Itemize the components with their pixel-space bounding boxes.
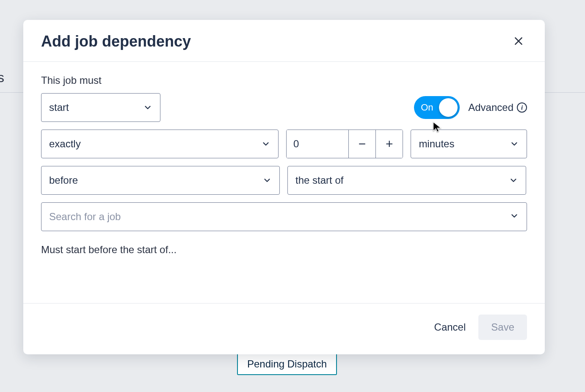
job-search-combobox[interactable] (41, 202, 527, 231)
status-badge-pending-dispatch: Pending Dispatch (237, 353, 337, 375)
modal-body: This job must start On Advanced i (23, 62, 545, 303)
increment-button[interactable]: + (375, 130, 403, 158)
select-relation[interactable]: exactly (41, 130, 279, 158)
select-relation-value: exactly (49, 138, 81, 150)
select-unit-value: minutes (419, 138, 454, 150)
chevron-down-icon (143, 103, 152, 112)
field-label-this-job-must: This job must (41, 75, 527, 86)
chevron-down-icon (510, 139, 519, 149)
advanced-toggle[interactable]: On (414, 96, 460, 119)
quantity-stepper: − + (286, 130, 403, 158)
select-direction-value: before (49, 174, 78, 186)
info-icon[interactable]: i (517, 102, 527, 113)
select-action-value: start (49, 102, 69, 113)
chevron-down-icon (510, 211, 519, 222)
save-button: Save (478, 315, 527, 340)
modal-title: Add job dependency (41, 33, 191, 50)
select-anchor[interactable]: the start of (287, 166, 526, 195)
close-button[interactable] (510, 33, 527, 50)
decrement-button[interactable]: − (348, 130, 375, 158)
close-icon (513, 36, 524, 48)
select-anchor-value: the start of (295, 174, 343, 186)
dependency-summary-text: Must start before the start of... (41, 244, 527, 256)
cancel-button[interactable]: Cancel (430, 315, 470, 339)
advanced-label: Advanced i (468, 102, 527, 113)
quantity-input[interactable] (287, 130, 348, 158)
toggle-state-label: On (421, 102, 433, 113)
toggle-knob (439, 98, 458, 117)
modal-footer: Cancel Save (23, 303, 545, 354)
select-action[interactable]: start (41, 93, 160, 122)
job-search-input[interactable] (49, 211, 510, 223)
modal-header: Add job dependency (23, 20, 545, 62)
add-job-dependency-modal: Add job dependency This job must start O… (23, 20, 545, 354)
select-unit[interactable]: minutes (411, 130, 527, 158)
chevron-down-icon (261, 139, 270, 149)
select-direction[interactable]: before (41, 166, 280, 195)
advanced-label-text: Advanced (468, 102, 513, 113)
background-partial-text: s (0, 70, 4, 86)
chevron-down-icon (262, 176, 272, 185)
chevron-down-icon (509, 176, 518, 185)
advanced-toggle-group: On Advanced i (414, 96, 527, 119)
